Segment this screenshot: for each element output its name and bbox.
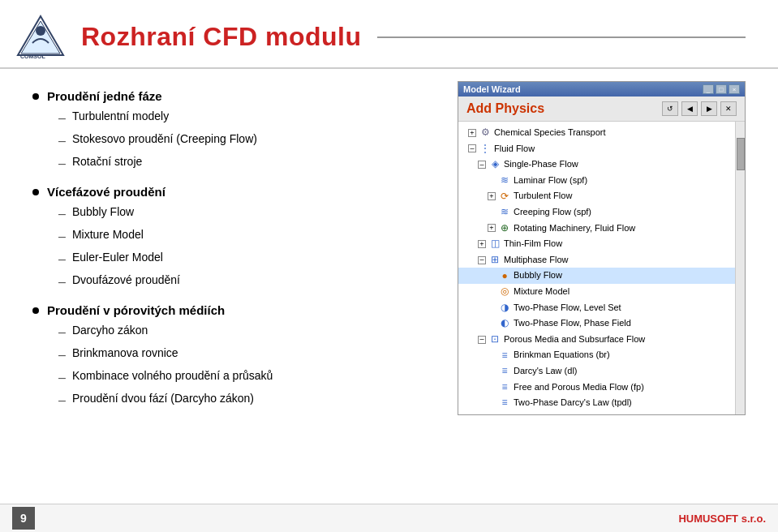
tree-item-single-phase[interactable]: – ◈ Single-Phase Flow bbox=[458, 157, 735, 173]
main-bullet-single-phase: Proudění jedné fáze bbox=[32, 89, 433, 103]
expand-icon[interactable]: – bbox=[478, 161, 486, 169]
scrollbar-thumb[interactable] bbox=[737, 138, 745, 170]
darcys-icon: ≡ bbox=[498, 366, 511, 377]
titlebar-buttons: _ □ × bbox=[703, 84, 740, 94]
tree-item-bubbly[interactable]: ● Bubbly Flow bbox=[458, 268, 735, 284]
tree-item-twophase-darcy[interactable]: ≡ Two-Phase Darcy's Law (tpdl) bbox=[458, 395, 735, 411]
tree-label: Two-Phase Flow, Level Set bbox=[514, 301, 621, 315]
sub-item-label: Darcyho zákon bbox=[72, 322, 148, 339]
tree-label: Free and Porous Media Flow (fp) bbox=[514, 380, 644, 395]
close-button[interactable]: × bbox=[729, 84, 740, 94]
spacer bbox=[488, 318, 496, 329]
tree-item-twophase-pf[interactable]: ◐ Two-Phase Flow, Phase Field bbox=[458, 315, 735, 332]
expand-icon[interactable]: – bbox=[468, 144, 476, 152]
main-bullet-porous: Proudění v pórovitých médiích bbox=[32, 303, 433, 317]
bubbly-icon: ● bbox=[498, 270, 511, 281]
wizard-title: Model Wizard bbox=[463, 84, 521, 94]
tree-label: Mixture Model bbox=[514, 285, 570, 299]
tree-label: Darcy's Law (dl) bbox=[514, 364, 578, 379]
tree-label: Rotating Machinery, Fluid Flow bbox=[514, 221, 635, 236]
expand-icon[interactable]: + bbox=[488, 224, 496, 232]
wizard-titlebar: Model Wizard _ □ × bbox=[458, 82, 745, 97]
tree-item-mixture[interactable]: ◎ Mixture Model bbox=[458, 284, 735, 300]
list-item: – Kombinace volného proudění a průsaků bbox=[58, 367, 433, 388]
main-bullet-label: Proudění jedné fáze bbox=[47, 89, 162, 103]
left-column: Proudění jedné fáze – Turbulentní modely… bbox=[32, 81, 433, 422]
sub-item-label: Euler-Euler Model bbox=[72, 249, 163, 266]
refresh-button[interactable]: ↺ bbox=[662, 101, 678, 116]
tree-item-laminar[interactable]: ≋ Laminar Flow (spf) bbox=[458, 173, 735, 189]
expand-icon[interactable]: – bbox=[478, 336, 486, 344]
list-item: – Dvoufázové proudění bbox=[58, 272, 433, 292]
list-item: – Stokesovo proudění (Creeping Flow) bbox=[58, 131, 433, 151]
sub-item-label: Bubbly Flow bbox=[72, 204, 134, 221]
tree-item-twophase-ls[interactable]: ◑ Two-Phase Flow, Level Set bbox=[458, 300, 735, 316]
dash-icon: – bbox=[58, 345, 66, 365]
tree-label: Multiphase Flow bbox=[504, 253, 568, 268]
spacer bbox=[488, 302, 496, 313]
wizard-panel: Model Wizard _ □ × Add Physics ↺ ◀ ▶ ✕ bbox=[458, 81, 746, 415]
mixture-icon: ◎ bbox=[498, 286, 511, 298]
page-number: 9 bbox=[12, 507, 35, 530]
page-title: Rozhraní CFD modulu bbox=[81, 22, 361, 52]
twophase-darcy-icon: ≡ bbox=[498, 397, 511, 409]
tree-item-turbulent[interactable]: + ⟳ Turbulent Flow bbox=[458, 188, 735, 204]
forward-button[interactable]: ▶ bbox=[701, 101, 717, 116]
tree-item-creeping[interactable]: ≋ Creeping Flow (spf) bbox=[458, 204, 735, 221]
tree-label: Creeping Flow (spf) bbox=[514, 205, 591, 220]
expand-icon[interactable]: + bbox=[468, 129, 476, 137]
tree-item-thinfilm[interactable]: + ◫ Thin-Film Flow bbox=[458, 236, 735, 252]
tree-label: Chemical Species Transport bbox=[494, 126, 606, 140]
sub-item-label: Brinkmanova rovnice bbox=[72, 345, 178, 362]
spacer bbox=[488, 286, 496, 298]
list-item: – Brinkmanova rovnice bbox=[58, 345, 433, 365]
title-line: Rozhraní CFD modulu bbox=[81, 22, 746, 52]
right-column: Model Wizard _ □ × Add Physics ↺ ◀ ▶ ✕ bbox=[458, 81, 746, 422]
bullet-dot bbox=[32, 189, 39, 195]
maximize-button[interactable]: □ bbox=[716, 84, 727, 94]
dash-icon: – bbox=[58, 391, 66, 410]
tree-item-darcys[interactable]: ≡ Darcy's Law (dl) bbox=[458, 363, 735, 380]
minimize-button[interactable]: _ bbox=[703, 84, 714, 94]
dash-icon: – bbox=[58, 109, 66, 128]
tree-item-rotating[interactable]: + ⊕ Rotating Machinery, Fluid Flow bbox=[458, 221, 735, 237]
sub-items-single-phase: – Turbulentní modely – Stokesovo prouděn… bbox=[58, 108, 433, 174]
tree-item-multiphase[interactable]: – ⊞ Multiphase Flow bbox=[458, 252, 735, 268]
scrollbar[interactable] bbox=[735, 122, 745, 414]
spacer bbox=[488, 270, 496, 281]
list-item: – Proudění dvou fází (Darcyho zákon) bbox=[58, 390, 433, 410]
tree-item-free-porous[interactable]: ≡ Free and Porous Media Flow (fp) bbox=[458, 380, 735, 396]
tree-label: Thin-Film Flow bbox=[504, 237, 562, 251]
dash-icon: – bbox=[58, 227, 66, 247]
phase-icon: ◈ bbox=[488, 159, 501, 170]
sub-item-label: Mixture Model bbox=[72, 226, 144, 243]
tree-container: + ⚙ Chemical Species Transport – ⋮ Fluid… bbox=[458, 122, 745, 414]
main-bullet-label: Vícefázové proudění bbox=[47, 185, 165, 199]
dash-icon: – bbox=[58, 154, 66, 174]
expand-icon[interactable]: – bbox=[478, 256, 486, 264]
wizard-header-icons: ↺ ◀ ▶ ✕ bbox=[662, 101, 737, 116]
expand-icon[interactable]: + bbox=[478, 240, 486, 248]
tree-label: Fluid Flow bbox=[494, 142, 535, 157]
tree-label: Single-Phase Flow bbox=[504, 157, 578, 172]
tree-item-fluid-flow[interactable]: – ⋮ Fluid Flow bbox=[458, 141, 735, 157]
sub-item-label: Proudění dvou fází (Darcyho zákon) bbox=[72, 390, 254, 407]
dash-icon: – bbox=[58, 204, 66, 224]
tree-item-porous[interactable]: – ⊡ Porous Media and Subsurface Flow bbox=[458, 332, 735, 348]
close-wizard-button[interactable]: ✕ bbox=[720, 101, 737, 116]
back-button[interactable]: ◀ bbox=[681, 101, 698, 116]
tree-item-brinkman[interactable]: ≡ Brinkman Equations (br) bbox=[458, 347, 735, 363]
list-item: – Bubbly Flow bbox=[58, 204, 433, 224]
tree-label: Two-Phase Flow, Phase Field bbox=[514, 316, 631, 331]
sub-item-label: Kombinace volného proudění a průsaků bbox=[72, 367, 273, 384]
tree-label: Laminar Flow (spf) bbox=[514, 174, 587, 188]
sub-item-label: Stokesovo proudění (Creeping Flow) bbox=[72, 131, 257, 148]
rotating-icon: ⊕ bbox=[498, 222, 511, 234]
expand-icon[interactable]: + bbox=[488, 192, 496, 200]
wizard-header-title: Add Physics bbox=[466, 101, 544, 116]
spacer bbox=[488, 350, 496, 361]
tree-item-chemical[interactable]: + ⚙ Chemical Species Transport bbox=[458, 125, 735, 141]
wizard-header: Add Physics ↺ ◀ ▶ ✕ bbox=[458, 97, 745, 122]
spacer bbox=[488, 397, 496, 409]
free-porous-icon: ≡ bbox=[498, 381, 511, 393]
